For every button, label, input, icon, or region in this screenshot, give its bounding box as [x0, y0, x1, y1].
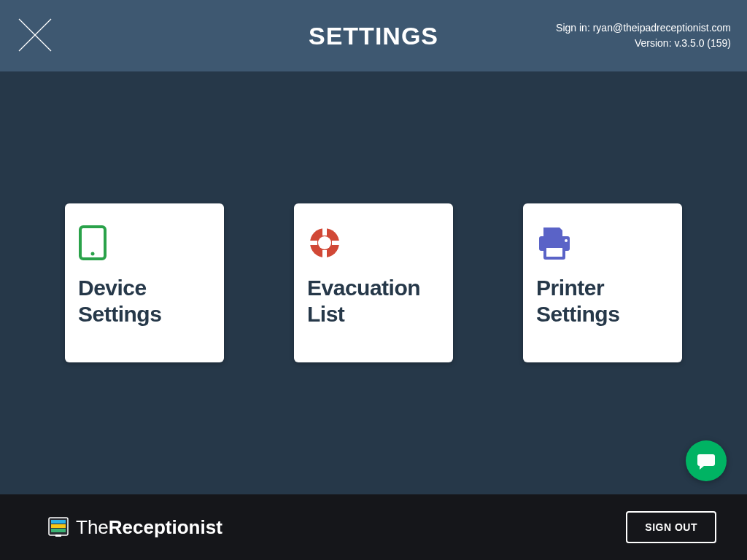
- svg-rect-9: [332, 241, 341, 245]
- account-info: Sign in: ryan@theipadreceptionist.com Ve…: [556, 20, 731, 51]
- svg-point-3: [91, 252, 95, 256]
- svg-rect-8: [309, 241, 317, 245]
- svg-rect-11: [545, 246, 564, 258]
- signin-line: Sign in: ryan@theipadreceptionist.com: [556, 20, 731, 36]
- page-title: SETTINGS: [309, 22, 438, 50]
- brand-logo: TheReceptionist: [48, 516, 222, 539]
- printer-icon: [536, 221, 669, 265]
- chat-icon: [696, 451, 716, 471]
- brand-text: TheReceptionist: [76, 516, 222, 539]
- svg-rect-16: [51, 529, 66, 532]
- signin-label: Sign in:: [556, 22, 590, 34]
- printer-settings-tile[interactable]: Printer Settings: [523, 203, 682, 362]
- device-settings-label: Device Settings: [78, 275, 211, 327]
- close-button[interactable]: [16, 16, 54, 54]
- svg-rect-14: [51, 520, 66, 524]
- version-value: v.3.5.0 (159): [674, 37, 731, 49]
- tablet-icon: [78, 221, 211, 265]
- logo-icon: [48, 517, 69, 537]
- brand-bold: Receptionist: [109, 516, 222, 538]
- evacuation-list-label: Evacuation List: [307, 275, 440, 327]
- sign-out-button[interactable]: SIGN OUT: [626, 511, 716, 543]
- svg-rect-15: [51, 524, 66, 528]
- svg-rect-7: [322, 250, 327, 259]
- chat-fab[interactable]: [686, 440, 727, 481]
- svg-point-12: [565, 239, 568, 242]
- brand-thin: The: [76, 516, 109, 538]
- svg-rect-17: [55, 534, 61, 537]
- version-line: Version: v.3.5.0 (159): [556, 36, 731, 51]
- signin-email: ryan@theipadreceptionist.com: [593, 22, 731, 34]
- header-bar: SETTINGS Sign in: ryan@theipadreceptioni…: [0, 0, 747, 71]
- lifebuoy-icon: [307, 221, 440, 265]
- main-area: Device Settings Evacuation List Printer: [0, 71, 747, 494]
- close-icon: [16, 16, 54, 54]
- footer-bar: TheReceptionist SIGN OUT: [0, 494, 747, 560]
- svg-rect-6: [322, 227, 327, 236]
- version-label: Version:: [635, 37, 672, 49]
- svg-point-5: [318, 236, 331, 249]
- printer-settings-label: Printer Settings: [536, 275, 669, 327]
- device-settings-tile[interactable]: Device Settings: [65, 203, 224, 362]
- evacuation-list-tile[interactable]: Evacuation List: [294, 203, 453, 362]
